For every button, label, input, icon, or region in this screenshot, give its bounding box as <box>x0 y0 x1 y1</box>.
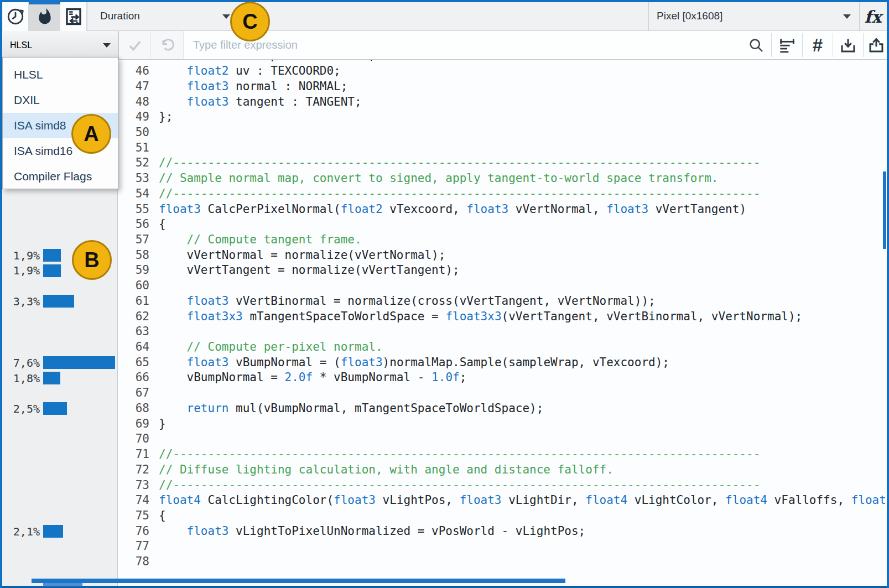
code-text: float3 normal : NORMAL; <box>159 80 347 93</box>
line-number: 57 <box>118 232 149 248</box>
code-line: 67 <box>118 386 887 401</box>
view-mode-value: HLSL <box>10 40 32 50</box>
chevron-down-icon <box>103 43 111 48</box>
line-number: 67 <box>118 386 149 401</box>
code-line: 59 vVertTangent = normalize(vVertTangent… <box>118 263 887 278</box>
line-number: 77 <box>118 539 149 554</box>
code-text: // Diffuse lighting calculation, with an… <box>159 463 614 476</box>
code-line: 64 // Compute per-pixel normal. <box>118 340 887 355</box>
menu-item-dxil[interactable]: DXIL <box>3 87 118 113</box>
apply-filter-button[interactable] <box>119 31 151 59</box>
line-number: 75 <box>118 508 149 524</box>
code-text: // Compute tangent frame. <box>159 233 362 246</box>
code-line: 68 return mul(vBumpNormal, mTangentSpace… <box>118 401 887 417</box>
heat-bar <box>43 249 61 262</box>
chevron-down-icon <box>222 14 230 19</box>
line-number: 54 <box>118 186 149 202</box>
download-button[interactable] <box>833 31 863 59</box>
window-border-top <box>0 0 889 2</box>
line-number: 51 <box>118 141 149 156</box>
hash-icon: # <box>813 35 823 56</box>
code-line: 55float3 CalcPerPixelNormal(float2 vTexc… <box>118 202 887 217</box>
horizontal-scrollbar-thumb[interactable] <box>32 579 565 583</box>
heat-bar-row: 2,5% <box>2 401 118 417</box>
code-line: 71//------------------------------------… <box>118 447 887 462</box>
filter-bar: HLSL Type filter expression <box>2 31 887 60</box>
check-icon <box>127 37 143 54</box>
tab-compare[interactable] <box>60 2 87 31</box>
active-tab-indicator <box>29 0 60 4</box>
code-text: // Compute per-pixel normal. <box>159 340 383 353</box>
heat-percentage-label: 2,1% <box>2 525 40 538</box>
code-editor[interactable]: 45 float4 worldpos : POSITION;46 float2 … <box>118 60 887 586</box>
code-line: 69} <box>118 417 887 432</box>
revert-filter-button[interactable] <box>151 31 184 59</box>
heat-bar <box>43 356 115 369</box>
code-line: 60 <box>118 278 887 294</box>
pixel-shader-dropdown[interactable]: Pixel [0x1608] <box>648 2 859 31</box>
code-text: float3 vVertBinormal = normalize(cross(v… <box>159 294 656 308</box>
menu-item-hlsl[interactable]: HLSL <box>3 62 118 87</box>
compare-list-icon <box>64 7 83 26</box>
line-number: 68 <box>118 401 149 417</box>
line-number: 58 <box>118 248 149 263</box>
code-line: 61 float3 vVertBinormal = normalize(cros… <box>118 294 887 309</box>
code-line: 45 float4 worldpos : POSITION; <box>118 60 887 64</box>
export-button[interactable] <box>864 31 889 59</box>
code-line: 48 float3 tangent : TANGENT; <box>118 95 887 110</box>
heat-bar <box>43 402 67 415</box>
line-number: 50 <box>118 125 149 141</box>
code-line: 50 <box>118 125 887 141</box>
vertical-scrollbar-thumb[interactable] <box>883 171 886 249</box>
code-text: float3x3 mTangentSpaceToWorldSpace = flo… <box>159 310 802 323</box>
line-number: 64 <box>118 340 149 355</box>
annotation-badge-a: A <box>71 114 111 154</box>
heat-percentage-label: 3,3% <box>2 295 40 308</box>
code-line: 56{ <box>118 217 887 232</box>
line-number: 47 <box>118 79 149 95</box>
tab-history[interactable] <box>3 2 29 31</box>
search-button[interactable] <box>741 31 771 59</box>
window-border-bottom <box>0 586 889 588</box>
line-number: 61 <box>118 294 149 309</box>
heat-bar <box>43 525 63 538</box>
heat-bar-row: 1,8% <box>2 371 118 386</box>
line-number: 55 <box>118 202 149 217</box>
code-text: // Sample normal map, convert to signed,… <box>159 171 718 185</box>
word-wrap-icon <box>779 37 796 54</box>
panel-horizontal-scrollbar-thumb[interactable] <box>43 583 82 586</box>
fx-icon: fx <box>865 7 882 27</box>
line-number: 45 <box>118 60 149 64</box>
heat-percentage-label: 7,6% <box>2 356 40 370</box>
code-line: 78 <box>118 554 887 570</box>
code-line: 58 vVertNormal = normalize(vVertNormal); <box>118 248 887 263</box>
line-number: 70 <box>118 431 149 447</box>
line-number: 59 <box>118 263 149 278</box>
export-icon <box>868 37 885 54</box>
fx-constants-button[interactable]: fx <box>859 2 887 31</box>
line-numbers-button[interactable]: # <box>803 31 833 59</box>
search-icon <box>748 37 765 54</box>
code-line: 77 <box>118 539 887 554</box>
duration-dropdown[interactable]: Duration <box>92 2 244 31</box>
filter-input[interactable]: Type filter expression <box>184 31 741 59</box>
code-line: 63 <box>118 324 887 340</box>
tab-heatmap[interactable] <box>29 2 60 31</box>
word-wrap-button[interactable] <box>772 31 802 59</box>
line-number: 71 <box>118 447 149 462</box>
flame-icon <box>36 7 54 26</box>
line-number: 48 <box>118 95 149 110</box>
code-line: 72// Diffuse lighting calculation, with … <box>118 462 887 478</box>
line-number: 73 <box>118 478 149 493</box>
heat-percentage-label: 2,5% <box>2 402 40 415</box>
code-line: 53// Sample normal map, convert to signe… <box>118 171 887 186</box>
code-line: 65 float3 vBumpNormal = (float3)normalMa… <box>118 355 887 371</box>
view-mode-dropdown[interactable]: HLSL <box>2 31 119 59</box>
code-text: float4 CalcLightingColor(float3 vLightPo… <box>159 493 887 507</box>
menu-item-compiler-flags[interactable]: Compiler Flags <box>3 164 118 189</box>
code-text: float3 CalcPerPixelNormal(float2 vTexcoo… <box>159 202 746 216</box>
download-icon <box>840 37 856 54</box>
code-line: 66 vBumpNormal = 2.0f * vBumpNormal - 1.… <box>118 370 887 386</box>
line-number: 53 <box>118 171 149 186</box>
line-number: 72 <box>118 462 149 478</box>
